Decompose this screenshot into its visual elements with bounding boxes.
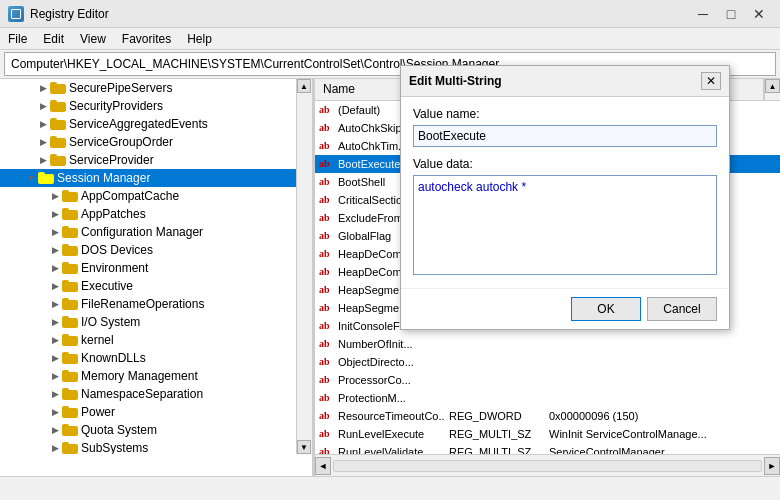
value-scroll-up[interactable]: ▲ bbox=[765, 79, 780, 93]
expand-icon[interactable]: ▶ bbox=[48, 425, 62, 435]
expand-icon[interactable]: ▶ bbox=[48, 191, 62, 201]
name-label: ProcessorCo... bbox=[338, 374, 411, 386]
tree-item[interactable]: ▼Session Manager bbox=[0, 169, 312, 187]
ab-icon: ab bbox=[319, 320, 335, 332]
tree-item-label: AppCompatCache bbox=[81, 189, 179, 203]
expand-icon[interactable]: ▶ bbox=[36, 83, 50, 93]
tree-scrollbar[interactable]: ▲ ▼ bbox=[296, 79, 312, 454]
name-label: GlobalFlag bbox=[338, 230, 391, 242]
tree-item[interactable]: ▶I/O System bbox=[0, 313, 312, 331]
menu-edit[interactable]: Edit bbox=[35, 28, 72, 49]
tree-item-label: KnownDLLs bbox=[81, 351, 146, 365]
h-scroll-track[interactable] bbox=[333, 460, 762, 472]
expand-icon[interactable]: ▶ bbox=[36, 119, 50, 129]
value-row[interactable]: abObjectDirecto... bbox=[315, 353, 780, 371]
value-name-input[interactable] bbox=[413, 125, 717, 147]
ab-icon: ab bbox=[319, 248, 335, 260]
tree-item[interactable]: ▶Configuration Manager bbox=[0, 223, 312, 241]
dialog-close-button[interactable]: ✕ bbox=[701, 72, 721, 90]
name-label: ResourceTimeoutCo... bbox=[338, 410, 445, 422]
folder-icon bbox=[38, 172, 54, 184]
tree-item[interactable]: ▶FileRenameOperations bbox=[0, 295, 312, 313]
title-bar: Registry Editor ─ □ ✕ bbox=[0, 0, 780, 28]
ok-button[interactable]: OK bbox=[571, 297, 641, 321]
cell-name: abResourceTimeoutCo... bbox=[315, 410, 445, 422]
expand-icon[interactable]: ▼ bbox=[24, 173, 38, 183]
cell-data: 0x00000096 (150) bbox=[545, 410, 780, 422]
tree-item-label: SubSystems bbox=[81, 441, 148, 454]
tree-item-label: Session Manager bbox=[57, 171, 150, 185]
expand-icon[interactable]: ▶ bbox=[36, 101, 50, 111]
tree-item[interactable]: ▶AppCompatCache bbox=[0, 187, 312, 205]
expand-icon[interactable]: ▶ bbox=[48, 389, 62, 399]
value-data-label: Value data: bbox=[413, 157, 717, 171]
expand-icon[interactable]: ▶ bbox=[48, 209, 62, 219]
expand-icon[interactable]: ▶ bbox=[36, 137, 50, 147]
menu-favorites[interactable]: Favorites bbox=[114, 28, 179, 49]
ab-icon: ab bbox=[319, 428, 335, 440]
tree-item[interactable]: ▶NamespaceSeparation bbox=[0, 385, 312, 403]
value-scrollbar: ◄ ► bbox=[315, 454, 780, 476]
cell-name: abObjectDirecto... bbox=[315, 356, 445, 368]
ab-icon: ab bbox=[319, 284, 335, 296]
h-scroll-left[interactable]: ◄ bbox=[315, 457, 331, 475]
close-button[interactable]: ✕ bbox=[746, 4, 772, 24]
value-row[interactable]: abProtectionM... bbox=[315, 389, 780, 407]
menu-help[interactable]: Help bbox=[179, 28, 220, 49]
expand-icon[interactable]: ▶ bbox=[48, 245, 62, 255]
expand-icon[interactable]: ▶ bbox=[48, 335, 62, 345]
name-label: AutoChkTim... bbox=[338, 140, 407, 152]
minimize-button[interactable]: ─ bbox=[690, 4, 716, 24]
value-row[interactable]: abNumberOfInit... bbox=[315, 335, 780, 353]
value-row[interactable]: abResourceTimeoutCo...REG_DWORD0x0000009… bbox=[315, 407, 780, 425]
tree-item[interactable]: ▶ServiceGroupOrder bbox=[0, 133, 312, 151]
expand-icon[interactable]: ▶ bbox=[48, 407, 62, 417]
title-bar-controls: ─ □ ✕ bbox=[690, 4, 772, 24]
tree-item[interactable]: ▶Quota System bbox=[0, 421, 312, 439]
tree-item[interactable]: ▶KnownDLLs bbox=[0, 349, 312, 367]
tree-item[interactable]: ▶Power bbox=[0, 403, 312, 421]
cell-name: abNumberOfInit... bbox=[315, 338, 445, 350]
tree-item[interactable]: ▶SecurityProviders bbox=[0, 97, 312, 115]
expand-icon[interactable]: ▶ bbox=[48, 263, 62, 273]
tree-item[interactable]: ▶DOS Devices bbox=[0, 241, 312, 259]
tree-content: ▲ ▼ ▶SecurePipeServers▶SecurityProviders… bbox=[0, 79, 312, 454]
tree-item[interactable]: ▶SecurePipeServers bbox=[0, 79, 312, 97]
expand-icon[interactable]: ▶ bbox=[48, 281, 62, 291]
ab-icon: ab bbox=[319, 302, 335, 314]
expand-icon[interactable]: ▶ bbox=[36, 155, 50, 165]
value-data-textarea[interactable] bbox=[413, 175, 717, 275]
expand-icon[interactable]: ▶ bbox=[48, 371, 62, 381]
ab-icon: ab bbox=[319, 392, 335, 404]
expand-icon[interactable]: ▶ bbox=[48, 299, 62, 309]
expand-icon[interactable]: ▶ bbox=[48, 443, 62, 453]
cell-name: abProcessorCo... bbox=[315, 374, 445, 386]
maximize-button[interactable]: □ bbox=[718, 4, 744, 24]
value-row[interactable]: abRunLevelExecuteREG_MULTI_SZWinInit Ser… bbox=[315, 425, 780, 443]
expand-icon[interactable]: ▶ bbox=[48, 353, 62, 363]
tree-item[interactable]: ▶Executive bbox=[0, 277, 312, 295]
expand-icon[interactable]: ▶ bbox=[48, 227, 62, 237]
tree-item[interactable]: ▶ServiceProvider bbox=[0, 151, 312, 169]
ab-icon: ab bbox=[319, 194, 335, 206]
scroll-down-icon[interactable]: ▼ bbox=[297, 440, 311, 454]
tree-item[interactable]: ▶AppPatches bbox=[0, 205, 312, 223]
value-row[interactable]: abProcessorCo... bbox=[315, 371, 780, 389]
ab-icon: ab bbox=[319, 104, 335, 116]
expand-icon[interactable]: ▶ bbox=[48, 317, 62, 327]
cancel-button[interactable]: Cancel bbox=[647, 297, 717, 321]
value-row[interactable]: abRunLevelValidateREG_MULTI_SZServiceCon… bbox=[315, 443, 780, 454]
h-scroll-right[interactable]: ► bbox=[764, 457, 780, 475]
tree-item[interactable]: ▶ServiceAggregatedEvents bbox=[0, 115, 312, 133]
scroll-up-icon[interactable]: ▲ bbox=[297, 79, 311, 93]
tree-item-label: SecurityProviders bbox=[69, 99, 163, 113]
tree-item[interactable]: ▶SubSystems bbox=[0, 439, 312, 454]
menu-file[interactable]: File bbox=[0, 28, 35, 49]
name-label: ObjectDirecto... bbox=[338, 356, 414, 368]
tree-item-label: AppPatches bbox=[81, 207, 146, 221]
tree-item[interactable]: ▶Memory Management bbox=[0, 367, 312, 385]
tree-item[interactable]: ▶Environment bbox=[0, 259, 312, 277]
tree-items-container: ▶SecurePipeServers▶SecurityProviders▶Ser… bbox=[0, 79, 312, 454]
tree-item[interactable]: ▶kernel bbox=[0, 331, 312, 349]
menu-view[interactable]: View bbox=[72, 28, 114, 49]
